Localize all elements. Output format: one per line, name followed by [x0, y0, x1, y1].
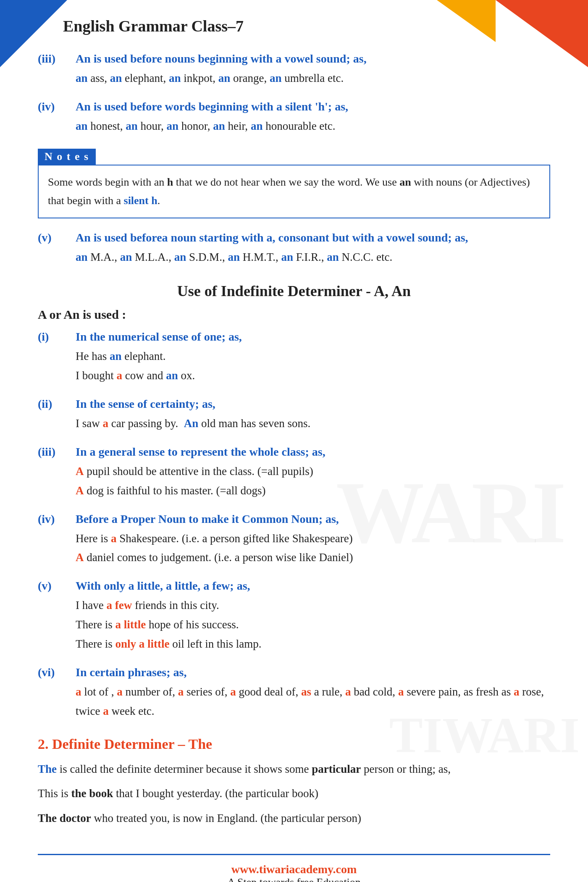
page-footer: www.tiwariacademy.com A Step towards fre…: [38, 854, 550, 882]
an-highlight: an: [169, 72, 181, 84]
the-doctor-label: The doctor: [38, 812, 91, 824]
a-highlight: A: [76, 484, 84, 497]
item-iv-examples: an honest, an hour, an honor, an heir, a…: [38, 117, 550, 136]
indefinite-item-v-ex1: I have a few friends in this city.: [38, 596, 550, 615]
indefinite-item-vi-num: (vi): [38, 666, 76, 679]
a-highlight: a: [117, 685, 123, 698]
a-highlight: a: [117, 369, 123, 382]
an-highlight: an: [126, 120, 138, 132]
an-highlight: An: [184, 417, 199, 430]
item-iv: (iv) An is used before words beginning w…: [38, 100, 550, 136]
indefinite-item-v-title: With only a little, a little, a few; as,: [76, 579, 250, 593]
indefinite-section-heading: Use of Indefinite Determiner - A, An: [38, 282, 550, 300]
an-highlight: an: [110, 72, 122, 84]
an-highlight: an: [270, 72, 282, 84]
indefinite-item-iv-heading: (iv) Before a Proper Noun to make it Com…: [38, 512, 550, 526]
indefinite-item-vi-title: In certain phrases; as,: [76, 666, 186, 679]
definite-text-3: The doctor who treated you, is now in En…: [38, 808, 550, 829]
an-highlight: an: [166, 369, 178, 382]
indefinite-item-v: (v) With only a little, a little, a few;…: [38, 579, 550, 654]
an-highlight: an: [174, 251, 186, 263]
indefinite-item-v-num: (v): [38, 579, 76, 593]
indefinite-item-iii-num: (iii): [38, 445, 76, 459]
a-highlight: a: [345, 685, 351, 698]
indefinite-item-i: (i) In the numerical sense of one; as, H…: [38, 330, 550, 386]
the-label: The: [38, 763, 57, 775]
a-highlight: A: [76, 465, 84, 478]
notes-bold-silenth: silent h: [124, 194, 158, 207]
item-v-heading: (v) An is used beforea noun starting wit…: [38, 231, 550, 244]
an-highlight: an: [218, 72, 231, 84]
indefinite-item-iii-ex2: A dog is faithful to his master. (=all d…: [38, 481, 550, 501]
indefinite-item-iv-num: (iv): [38, 512, 76, 526]
item-v-examples: an M.A., an M.L.A., an S.D.M., an H.M.T.…: [38, 248, 550, 267]
indefinite-item-ii-heading: (ii) In the sense of certainty; as,: [38, 397, 550, 411]
notes-box: Some words begin with an h that we do no…: [38, 165, 550, 218]
item-iii-num: (iii): [38, 52, 76, 66]
indefinite-item-vi-heading: (vi) In certain phrases; as,: [38, 666, 550, 679]
an-highlight: an: [281, 251, 293, 263]
a-highlight: A: [76, 551, 84, 564]
indefinite-item-i-ex2: I bought a cow and an ox.: [38, 366, 550, 386]
an-highlight: an: [120, 251, 132, 263]
an-highlight: an: [228, 251, 240, 263]
notes-bold-an: an: [399, 176, 411, 188]
indefinite-item-ii-ex: I saw a car passing by. An old man has s…: [38, 414, 550, 433]
a-highlight: as: [301, 685, 311, 698]
indefinite-item-v-ex3: There is only a little oil left in this …: [38, 635, 550, 654]
item-iv-num: (iv): [38, 100, 76, 113]
an-highlight: an: [110, 350, 122, 362]
indefinite-item-i-ex1: He has an elephant.: [38, 347, 550, 366]
indefinite-item-i-title: In the numerical sense of one; as,: [76, 330, 242, 344]
footer-url: www.tiwariacademy.com: [38, 863, 550, 876]
indefinite-item-vi-ex: a lot of , a number of, a series of, a g…: [38, 682, 550, 721]
item-v-title: An is used beforea noun starting with a,…: [76, 231, 468, 244]
page-title: English Grammar Class–7: [38, 13, 550, 35]
an-highlight: an: [76, 72, 88, 84]
indefinite-item-iv: (iv) Before a Proper Noun to make it Com…: [38, 512, 550, 568]
indefinite-item-iv-title: Before a Proper Noun to make it Common N…: [76, 512, 339, 526]
indefinite-item-iii-title: In a general sense to represent the whol…: [76, 445, 326, 459]
a-highlight: a few: [106, 599, 132, 612]
an-highlight: an: [76, 251, 88, 263]
indefinite-item-iv-ex2: A daniel comes to judgement. (i.e. a per…: [38, 548, 550, 567]
an-highlight: an: [76, 120, 88, 132]
indefinite-item-ii-title: In the sense of certainty; as,: [76, 397, 215, 411]
an-highlight: an: [251, 120, 263, 132]
indefinite-item-ii: (ii) In the sense of certainty; as, I sa…: [38, 397, 550, 433]
item-iii-heading: (iii) An is used before nouns beginning …: [38, 52, 550, 66]
a-little-highlight: a little: [115, 618, 146, 631]
item-v-num: (v): [38, 231, 76, 244]
page-header: English Grammar Class–7: [38, 0, 550, 44]
only-a-little-highlight: only a little: [115, 638, 169, 650]
an-highlight: an: [166, 120, 178, 132]
section-subheading: A or An is used :: [38, 307, 550, 322]
indefinite-item-v-heading: (v) With only a little, a little, a few;…: [38, 579, 550, 593]
item-iii: (iii) An is used before nouns beginning …: [38, 52, 550, 88]
indefinite-item-i-heading: (i) In the numerical sense of one; as,: [38, 330, 550, 344]
notes-bold-h: h: [167, 176, 173, 188]
item-iii-title: An is used before nouns beginning with a…: [76, 52, 367, 66]
definite-text-2: This is the book that I bought yesterday…: [38, 783, 550, 804]
main-content: (iii) An is used before nouns beginning …: [38, 44, 550, 882]
indefinite-item-iv-ex1: Here is a Shakespeare. (i.e. a person gi…: [38, 529, 550, 549]
an-highlight: an: [213, 120, 225, 132]
footer-tagline: A Step towards free Education: [38, 876, 550, 882]
indefinite-item-vi: (vi) In certain phrases; as, a lot of , …: [38, 666, 550, 721]
a-highlight: a: [398, 685, 404, 698]
a-highlight: a: [76, 685, 81, 698]
particular-label: particular: [312, 763, 361, 775]
indefinite-item-i-num: (i): [38, 330, 76, 344]
item-iv-title: An is used before words beginning with a…: [76, 100, 348, 113]
a-highlight: a: [103, 705, 109, 717]
a-highlight: a: [230, 685, 236, 698]
item-v-top: (v) An is used beforea noun starting wit…: [38, 231, 550, 267]
definite-heading: 2. Definite Determiner – The: [38, 736, 550, 752]
indefinite-item-v-ex2: There is a little hope of his success.: [38, 615, 550, 635]
notes-label: N o t e s: [38, 149, 96, 165]
notes-container: N o t e s Some words begin with an h tha…: [38, 149, 550, 218]
a-highlight: a: [102, 417, 108, 430]
item-iv-heading: (iv) An is used before words beginning w…: [38, 100, 550, 113]
indefinite-item-iii-heading: (iii) In a general sense to represent th…: [38, 445, 550, 459]
indefinite-item-ii-num: (ii): [38, 397, 76, 411]
